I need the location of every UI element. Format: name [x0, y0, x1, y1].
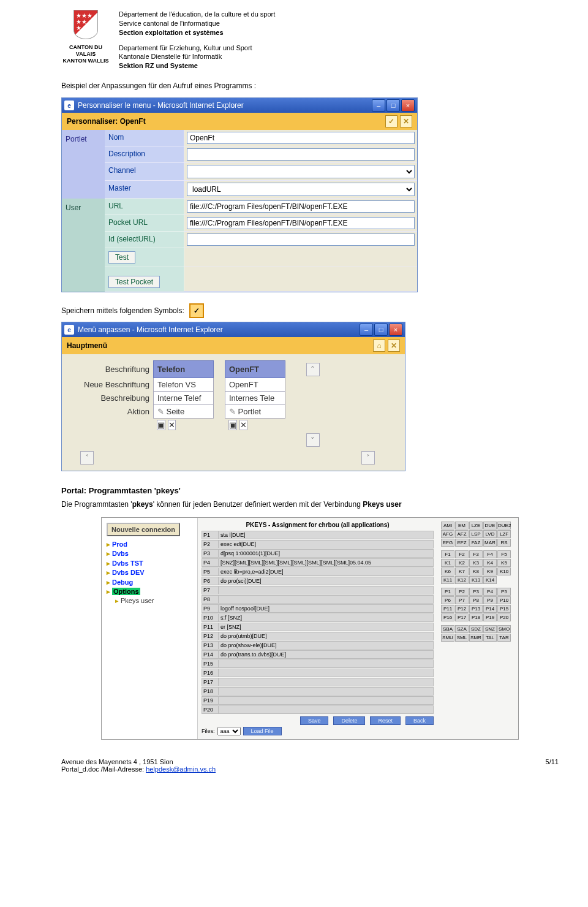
key-button[interactable]: K8	[469, 567, 483, 575]
cancel-icon[interactable]: ✕	[400, 115, 412, 127]
tree-node[interactable]: ▸Dvbs TST	[107, 559, 192, 568]
key-button[interactable]: MAR	[483, 539, 497, 547]
pkey-row[interactable]: P8	[202, 595, 434, 604]
key-button[interactable]: P20	[497, 613, 511, 621]
delete-icon[interactable]: ✕	[168, 420, 176, 430]
key-button[interactable]: F5	[497, 550, 511, 558]
key-button[interactable]: P2	[455, 588, 469, 596]
key-button[interactable]: P12	[455, 605, 469, 613]
key-button[interactable]: LSP	[469, 530, 483, 538]
key-button[interactable]: P5	[497, 588, 511, 596]
pkey-row[interactable]: P17	[202, 678, 434, 686]
key-button[interactable]: K5	[497, 559, 511, 567]
delete-button[interactable]: Delete	[333, 716, 365, 725]
key-button[interactable]: DUE2	[497, 522, 511, 529]
action-seite[interactable]: Seite	[167, 407, 185, 416]
tree-node[interactable]: ▸Debug	[107, 578, 192, 587]
back-button[interactable]: Back	[405, 716, 434, 725]
pkey-row[interactable]: P5exec lib=pro,e=adi2[DUE]	[202, 567, 434, 576]
key-button[interactable]: TAR	[497, 634, 511, 642]
key-button[interactable]: AFZ	[455, 530, 469, 538]
key-button[interactable]: P15	[497, 605, 511, 613]
key-button[interactable]: SBA	[441, 625, 454, 633]
key-button[interactable]: SDZ	[469, 625, 483, 633]
test-pocket-button[interactable]: Test Pocket	[108, 276, 160, 288]
pkey-row[interactable]: P16	[202, 669, 434, 677]
key-button[interactable]: K10	[497, 567, 511, 575]
new-connection-button[interactable]: Nouvelle connexion	[107, 523, 180, 536]
key-button[interactable]: SNZ	[483, 625, 497, 633]
key-button[interactable]: K9	[483, 567, 497, 575]
key-button[interactable]: P3	[469, 588, 483, 596]
description-input[interactable]	[187, 148, 415, 161]
key-button[interactable]: P16	[441, 613, 454, 621]
pkey-row[interactable]: P18	[202, 687, 434, 696]
save-button[interactable]: Save	[300, 716, 329, 725]
nom-input[interactable]	[187, 132, 415, 144]
maximize-button[interactable]: □	[374, 324, 388, 336]
scroll-left-icon[interactable]: ˂	[80, 451, 94, 465]
key-button[interactable]: K2	[455, 559, 469, 567]
close-button[interactable]: ×	[401, 99, 415, 112]
value-cell[interactable]: OpenFT	[225, 378, 285, 392]
key-button[interactable]: FAZ	[469, 539, 483, 547]
key-button[interactable]: P10	[497, 596, 511, 604]
reset-button[interactable]: Reset	[370, 716, 401, 725]
key-button[interactable]: SMU	[441, 634, 454, 642]
key-button[interactable]: P11	[441, 605, 454, 613]
pkey-row[interactable]: P13do pro(show-ele)[DUE]	[202, 641, 434, 650]
pkey-row[interactable]: P4[SNZ][SML][SML][SML][SML][SML][SML][SM…	[202, 558, 434, 567]
scroll-down-icon[interactable]: ˅	[306, 433, 320, 447]
save-icon[interactable]: ▣	[157, 420, 165, 430]
key-button[interactable]: F4	[483, 550, 497, 558]
key-button[interactable]: K6	[441, 567, 454, 575]
toolbar-icon[interactable]: ⌂	[373, 340, 385, 352]
pkey-row[interactable]: P3d[psq 1:000001(1)[DUE]	[202, 549, 434, 558]
tree-node[interactable]: ▸Dvbs DEV	[107, 568, 192, 577]
key-button[interactable]: P8	[469, 596, 483, 604]
key-button[interactable]: F2	[455, 550, 469, 558]
load-file-button[interactable]: Load File	[243, 727, 282, 735]
key-button[interactable]: LVD	[483, 530, 497, 538]
save-icon[interactable]: ▣	[228, 420, 237, 430]
scroll-right-icon[interactable]: ˃	[361, 451, 375, 465]
col-telefon[interactable]: Telefon	[153, 361, 213, 378]
value-cell[interactable]: Telefon VS	[153, 378, 213, 392]
pkey-row[interactable]: P11er [SNZ]	[202, 623, 434, 631]
key-button[interactable]: P9	[483, 596, 497, 604]
tree-node[interactable]: ▸Prod	[107, 540, 192, 549]
key-button[interactable]: K4	[483, 559, 497, 567]
pkey-row[interactable]: P7	[202, 586, 434, 594]
key-button[interactable]: AMI	[441, 522, 454, 529]
key-button[interactable]: F3	[469, 550, 483, 558]
key-button[interactable]: DUE	[483, 522, 497, 529]
key-button[interactable]: EFG	[441, 539, 454, 547]
pkey-row[interactable]: P9logoff nospool[DUE]	[202, 604, 434, 613]
key-button[interactable]: P4	[483, 588, 497, 596]
pkey-row[interactable]: P6do pro(sci)[DUE]	[202, 577, 434, 585]
key-button[interactable]: TAL	[483, 634, 497, 642]
key-button[interactable]: K12	[455, 576, 469, 584]
key-button[interactable]: SMO	[497, 625, 511, 633]
key-button[interactable]: AFG	[441, 530, 454, 538]
scroll-up-icon[interactable]: ˄	[306, 363, 320, 376]
minimize-button[interactable]: –	[360, 324, 373, 336]
key-button[interactable]: EFZ	[455, 539, 469, 547]
value-cell[interactable]: Internes Tele	[225, 392, 285, 405]
key-button[interactable]: SML	[455, 634, 469, 642]
key-button[interactable]: P1	[441, 588, 454, 596]
save-icon[interactable]: ✓	[385, 115, 398, 127]
col-openft[interactable]: OpenFT	[225, 361, 285, 378]
key-button[interactable]: RS	[497, 539, 511, 547]
mail-link[interactable]: helpdesk@admin.vs.ch	[146, 765, 216, 773]
key-button[interactable]: LZE	[469, 522, 483, 529]
key-button[interactable]: SMR	[469, 634, 483, 642]
delete-icon[interactable]: ✕	[239, 420, 247, 430]
key-button[interactable]: EM	[455, 522, 469, 529]
pkey-row[interactable]: P12do pro(utmb)[DUE]	[202, 632, 434, 640]
key-button[interactable]: LZF	[497, 530, 511, 538]
value-cell[interactable]: Interne Telef	[153, 392, 213, 405]
key-button[interactable]: P18	[469, 613, 483, 621]
id-input[interactable]	[187, 233, 415, 246]
key-button[interactable]: P19	[483, 613, 497, 621]
